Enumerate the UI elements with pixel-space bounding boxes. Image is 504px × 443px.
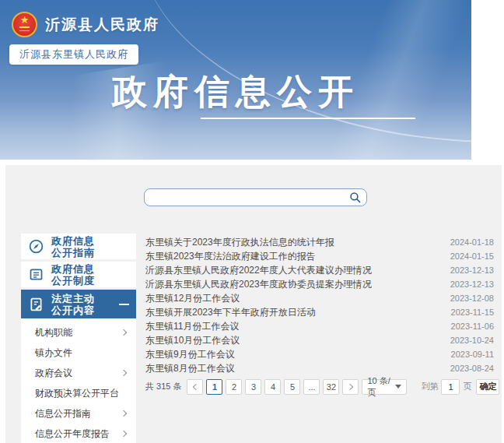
- sidebar-item-statutory-disclosure[interactable]: 法定主动 公开内容: [21, 290, 136, 318]
- article-title[interactable]: 东里镇11月份工作会议: [145, 320, 239, 333]
- article-date: 2023-10-24: [450, 336, 494, 345]
- chevron-right-icon: [347, 383, 353, 389]
- page-button-2[interactable]: 2: [226, 379, 242, 395]
- article-date: 2024-01-18: [450, 237, 494, 247]
- article-row[interactable]: 东里镇12月份工作会议 2023-12-08: [145, 291, 494, 305]
- page-title: 政府信息公开: [0, 69, 471, 115]
- page-button-4[interactable]: 4: [264, 379, 281, 395]
- article-row[interactable]: 东里镇8月份工作会议 2023-08-24: [145, 361, 494, 375]
- article-title[interactable]: 东里镇10月份工作会议: [145, 334, 240, 347]
- site-header: ★ 沂源县人民政府: [12, 12, 159, 37]
- site-name[interactable]: 沂源县人民政府: [45, 15, 159, 35]
- goto-page: 到第 页 确定: [421, 379, 502, 395]
- submenu-item-gov-meetings[interactable]: 政府会议: [21, 363, 136, 383]
- article-row[interactable]: 沂源县东里镇人民政府2022年度人大代表建议办理情况 2023-12-13: [145, 263, 494, 277]
- compass-icon: [28, 238, 44, 255]
- national-emblem-icon: ★: [12, 12, 37, 37]
- search-box[interactable]: [144, 188, 367, 206]
- title-underline: [201, 118, 415, 119]
- sidebar-submenu: 机构职能 镇办文件 政府会议 财政预决算公开平台 信息公开指南 信息公开年度报告: [21, 318, 136, 443]
- document-list-icon: [28, 266, 44, 283]
- sidebar: 政府信息 公开指南 政府信息 公开制度: [21, 234, 136, 443]
- article-date: 2023-12-13: [450, 280, 494, 289]
- goto-suffix: 页: [463, 381, 471, 392]
- article-title[interactable]: 东里镇8月份工作会议: [145, 362, 235, 375]
- article-date: 2023-08-24: [450, 364, 494, 373]
- chevron-right-icon: [121, 370, 127, 376]
- sidebar-item-label: 法定主动 公开内容: [51, 293, 95, 316]
- submenu-item-annual-report[interactable]: 信息公开年度报告: [21, 424, 136, 443]
- chevron-right-icon: [121, 431, 127, 437]
- article-date: 2023-11-15: [451, 308, 494, 317]
- chevron-left-icon: [193, 383, 199, 389]
- page-button-32[interactable]: 32: [323, 379, 339, 395]
- next-page-button[interactable]: [342, 379, 359, 395]
- sidebar-item-disclosure-system[interactable]: 政府信息 公开制度: [21, 262, 136, 287]
- banner: ★ 沂源县人民政府 沂源县东里镇人民政府 政府信息公开: [0, 0, 471, 160]
- article-date: 2023-09-11: [451, 350, 494, 359]
- chevron-down-icon: [395, 385, 401, 389]
- chevron-right-icon: [121, 329, 127, 336]
- submenu-item-fiscal-budget-platform[interactable]: 财政预决算公开平台: [21, 383, 136, 403]
- article-row[interactable]: 东里镇开展2023年下半年政府开放日活动 2023-11-15: [145, 305, 494, 319]
- article-row[interactable]: 东里镇9月份工作会议 2023-09-11: [145, 347, 494, 361]
- prev-page-button[interactable]: [187, 379, 203, 395]
- article-title[interactable]: 东里镇12月份工作会议: [145, 292, 240, 305]
- submenu-item-org-functions[interactable]: 机构职能: [21, 322, 136, 343]
- search-input[interactable]: [152, 192, 348, 203]
- article-row[interactable]: 东里镇关于2023年度行政执法信息的统计年报 2024-01-18: [145, 235, 494, 249]
- goto-prefix: 到第: [421, 381, 438, 392]
- article-date: 2024-01-15: [450, 251, 494, 261]
- pagination: 共 315 条 1 2 3 4 5 ... 32 10 条/页 到第 页 确定: [145, 378, 494, 395]
- article-title[interactable]: 沂源县东里镇人民政府2022年度人大代表建议办理情况: [145, 264, 372, 277]
- chevron-right-icon: [121, 410, 127, 417]
- collapse-minus-icon[interactable]: [119, 304, 129, 305]
- submenu-item-info-guide[interactable]: 信息公开指南: [21, 403, 136, 424]
- sidebar-item-label: 政府信息 公开制度: [51, 263, 95, 287]
- article-title[interactable]: 东里镇开展2023年下半年政府开放日活动: [145, 306, 316, 319]
- article-row[interactable]: 沂源县东里镇人民政府2023年度政协委员提案办理情况 2023-12-13: [145, 277, 494, 291]
- town-site-badge[interactable]: 沂源县东里镇人民政府: [9, 44, 138, 65]
- total-count: 共 315 条: [145, 381, 181, 392]
- content-panel: 政府信息 公开指南 政府信息 公开制度: [5, 165, 502, 443]
- page-button-3[interactable]: 3: [245, 379, 261, 395]
- page-size-select[interactable]: 10 条/页: [362, 379, 407, 395]
- page-ellipsis[interactable]: ...: [303, 379, 320, 395]
- article-row[interactable]: 东里镇2023年度法治政府建设工作的报告 2024-01-15: [145, 249, 494, 263]
- article-title[interactable]: 沂源县东里镇人民政府2023年度政协委员提案办理情况: [145, 278, 372, 291]
- article-title[interactable]: 东里镇9月份工作会议: [145, 348, 235, 361]
- article-list: 东里镇关于2023年度行政执法信息的统计年报 2024-01-18 东里镇202…: [145, 235, 494, 375]
- article-row[interactable]: 东里镇10月份工作会议 2023-10-24: [145, 333, 494, 347]
- article-date: 2023-12-08: [450, 294, 494, 303]
- search-icon[interactable]: [348, 191, 362, 204]
- page-button-1[interactable]: 1: [206, 379, 222, 395]
- sidebar-item-label: 政府信息 公开指南: [51, 235, 95, 258]
- goto-page-input[interactable]: [441, 379, 460, 395]
- article-title[interactable]: 东里镇关于2023年度行政执法信息的统计年报: [145, 236, 334, 249]
- clipboard-pen-icon: [28, 296, 44, 312]
- article-row[interactable]: 东里镇11月份工作会议 2023-11-06: [145, 319, 494, 333]
- article-date: 2023-11-06: [451, 322, 494, 331]
- submenu-item-town-documents[interactable]: 镇办文件: [21, 343, 136, 363]
- article-date: 2023-12-13: [450, 265, 494, 275]
- article-title[interactable]: 东里镇2023年度法治政府建设工作的报告: [145, 250, 316, 263]
- sidebar-item-disclosure-guide[interactable]: 政府信息 公开指南: [21, 234, 136, 259]
- goto-confirm-button[interactable]: 确定: [476, 379, 499, 395]
- page-button-5[interactable]: 5: [284, 379, 300, 395]
